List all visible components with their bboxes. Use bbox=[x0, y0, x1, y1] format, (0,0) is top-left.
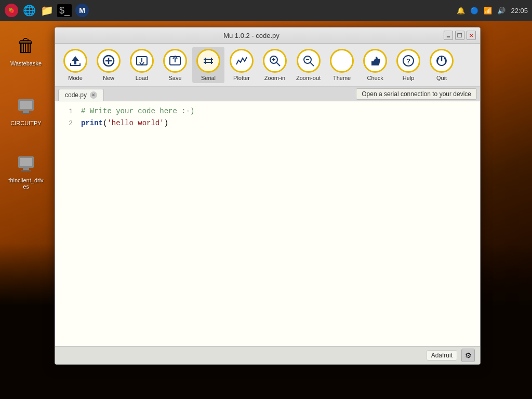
zoom-out-button[interactable]: Zoom-out bbox=[292, 47, 325, 83]
wastebasket-label: Wastebaske bbox=[10, 60, 42, 66]
maximize-button[interactable]: 🗖 bbox=[455, 31, 464, 40]
taskbar-mu-icon[interactable]: Μ bbox=[75, 3, 89, 18]
save-label: Save bbox=[168, 75, 181, 81]
status-bar: Adafruit ⚙ bbox=[55, 346, 480, 364]
help-label: Help bbox=[403, 75, 415, 81]
string-value: 'hello world' bbox=[107, 119, 164, 127]
taskbar-bluetooth-icon: 🔵 bbox=[470, 7, 478, 15]
zoom-in-icon-circle bbox=[263, 49, 287, 73]
help-button[interactable]: ? Help bbox=[392, 47, 424, 83]
taskbar-bell-icon: 🔔 bbox=[457, 7, 465, 15]
serial-icon-circle bbox=[196, 49, 220, 73]
plotter-icon-circle bbox=[230, 49, 254, 73]
quit-label: Quit bbox=[436, 75, 447, 81]
svg-line-22 bbox=[276, 62, 280, 66]
code-line-1: 1 # Write your code here :-) bbox=[55, 105, 480, 117]
save-button[interactable]: Save bbox=[159, 47, 191, 83]
new-button[interactable]: New bbox=[92, 47, 125, 83]
svg-rect-3 bbox=[20, 101, 32, 109]
paren-close: ) bbox=[164, 119, 168, 127]
tab-bar: code.py ✕ Open a serial connection to yo… bbox=[55, 87, 480, 101]
line-number-2: 2 bbox=[55, 118, 81, 129]
mode-label: Mode bbox=[68, 75, 83, 81]
quit-icon-circle bbox=[430, 49, 454, 73]
taskbar-volume-icon: 🔊 bbox=[497, 7, 506, 15]
line-content-2: print('hello world') bbox=[81, 117, 480, 129]
save-icon-circle bbox=[163, 49, 187, 73]
zoom-in-label: Zoom-in bbox=[264, 75, 285, 81]
zoom-out-label: Zoom-out bbox=[296, 75, 321, 81]
window-title: Mu 1.0.2 - code.py bbox=[59, 32, 444, 39]
keyword-print: print bbox=[81, 119, 103, 127]
app-window: Mu 1.0.2 - code.py 🗕 🗖 ✕ Mode bbox=[55, 27, 481, 365]
toolbar: Mode New Load bbox=[55, 44, 480, 87]
new-icon-circle bbox=[97, 49, 121, 73]
desktop-icon-thinclient[interactable]: thinclient_drives bbox=[5, 148, 47, 192]
raspberry-pi-icon: 🍓 bbox=[5, 4, 18, 17]
theme-label: Theme bbox=[333, 75, 351, 81]
taskbar: 🍓 🌐 📁 $_ Μ 🔔 🔵 📶 🔊 22:05 bbox=[0, 0, 532, 21]
check-label: Check bbox=[367, 75, 383, 81]
svg-rect-9 bbox=[21, 170, 31, 171]
theme-icon-circle bbox=[330, 49, 354, 73]
circuitpy-icon bbox=[14, 93, 38, 118]
desktop-icon-circuitpy[interactable]: CIRCUITPY bbox=[5, 91, 47, 128]
window-titlebar: Mu 1.0.2 - code.py 🗕 🗖 ✕ bbox=[55, 28, 480, 44]
svg-text:🍓: 🍓 bbox=[8, 7, 15, 14]
taskbar-time: 22:05 bbox=[511, 7, 528, 15]
mode-button[interactable]: Mode bbox=[59, 47, 91, 83]
help-icon-circle: ? bbox=[396, 49, 420, 73]
serial-button[interactable]: Serial bbox=[192, 47, 224, 83]
taskbar-browser-icon[interactable]: 🌐 bbox=[22, 3, 36, 18]
serial-label: Serial bbox=[201, 75, 216, 81]
taskbar-terminal-icon[interactable]: $_ bbox=[57, 3, 72, 18]
zoom-in-button[interactable]: Zoom-in bbox=[259, 47, 291, 83]
load-label: Load bbox=[136, 75, 148, 81]
line-content-1: # Write your code here :-) bbox=[81, 105, 480, 117]
tooltip-text: Open a serial connection to your device bbox=[362, 90, 471, 98]
tab-code-py[interactable]: code.py ✕ bbox=[58, 89, 104, 101]
close-button[interactable]: ✕ bbox=[467, 31, 476, 40]
check-button[interactable]: Check bbox=[359, 47, 391, 83]
taskbar-files-icon[interactable]: 📁 bbox=[39, 3, 54, 18]
zoom-out-icon-circle bbox=[297, 49, 321, 73]
wastebasket-icon: 🗑 bbox=[14, 33, 38, 58]
circuitpy-label: CIRCUITPY bbox=[10, 120, 41, 126]
new-label: New bbox=[103, 75, 114, 81]
serial-tooltip: Open a serial connection to your device bbox=[356, 88, 477, 100]
tab-close-button[interactable]: ✕ bbox=[90, 91, 97, 99]
code-editor[interactable]: 1 # Write your code here :-) 2 print('he… bbox=[55, 101, 480, 346]
svg-line-26 bbox=[310, 62, 314, 66]
desktop-icon-wastebasket[interactable]: 🗑 Wastebaske bbox=[5, 31, 47, 69]
tab-label: code.py bbox=[65, 91, 87, 99]
svg-text:?: ? bbox=[406, 57, 410, 65]
theme-button[interactable]: Theme bbox=[326, 47, 358, 83]
plotter-label: Plotter bbox=[233, 75, 250, 81]
taskbar-rpi-icon[interactable]: 🍓 bbox=[4, 3, 19, 18]
load-button[interactable]: Load bbox=[126, 47, 158, 83]
thinclient-icon bbox=[14, 150, 38, 175]
svg-rect-4 bbox=[23, 111, 29, 113]
quit-button[interactable]: Quit bbox=[425, 47, 458, 83]
load-icon-circle bbox=[130, 49, 154, 73]
thinclient-label: thinclient_drives bbox=[7, 177, 45, 190]
taskbar-right: 🔔 🔵 📶 🔊 22:05 bbox=[457, 7, 528, 15]
taskbar-wifi-icon: 📶 bbox=[484, 7, 492, 15]
taskbar-left: 🍓 🌐 📁 $_ Μ bbox=[4, 3, 89, 18]
check-icon-circle bbox=[363, 49, 387, 73]
svg-rect-5 bbox=[21, 113, 31, 114]
svg-rect-8 bbox=[23, 168, 29, 170]
line-number-1: 1 bbox=[55, 107, 81, 117]
window-controls: 🗕 🗖 ✕ bbox=[444, 31, 476, 40]
board-status-badge: Adafruit bbox=[427, 350, 457, 361]
plotter-button[interactable]: Plotter bbox=[225, 47, 258, 83]
code-line-2: 2 print('hello world') bbox=[55, 117, 480, 129]
minimize-button[interactable]: 🗕 bbox=[444, 31, 453, 40]
svg-rect-7 bbox=[20, 158, 32, 166]
settings-gear-button[interactable]: ⚙ bbox=[461, 349, 475, 362]
mode-icon-circle bbox=[63, 49, 87, 73]
